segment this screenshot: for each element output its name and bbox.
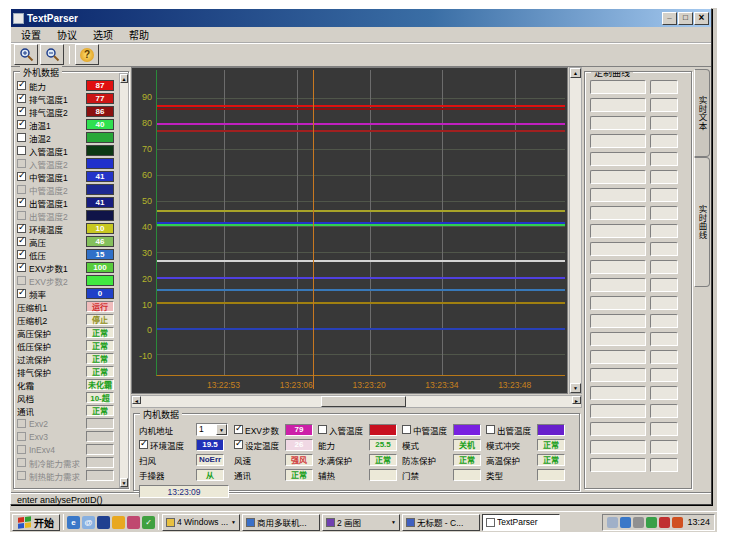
curve-value-field[interactable] <box>650 206 678 220</box>
power-icon[interactable] <box>672 517 683 528</box>
menu-item[interactable]: 协议 <box>49 26 85 43</box>
checkbox[interactable] <box>17 224 26 233</box>
close-button[interactable] <box>694 12 709 25</box>
checkbox[interactable] <box>17 146 26 155</box>
checkbox[interactable] <box>318 425 327 434</box>
outlook-icon[interactable]: @ <box>82 516 95 529</box>
zoom-out-button[interactable] <box>40 44 64 65</box>
curve-name-field[interactable] <box>590 260 646 274</box>
curve-name-field[interactable] <box>590 134 646 148</box>
curve-name-field[interactable] <box>590 116 646 130</box>
checkbox[interactable] <box>17 250 26 259</box>
ie-icon[interactable]: e <box>67 516 80 529</box>
plot-area[interactable] <box>156 70 565 376</box>
curve-value-field[interactable] <box>650 278 678 292</box>
scroll-down-icon[interactable]: ▼ <box>570 383 581 393</box>
left-scrollbar[interactable]: ▲ ▼ <box>119 73 129 488</box>
alarm-icon[interactable] <box>659 517 670 528</box>
checkbox[interactable] <box>17 133 26 142</box>
curve-value-field[interactable] <box>650 224 678 238</box>
curve-value-field[interactable] <box>650 422 678 436</box>
scroll-left-icon[interactable]: ◄ <box>132 396 141 404</box>
curve-name-field[interactable] <box>590 440 646 454</box>
msn-icon[interactable] <box>97 516 110 529</box>
curve-value-field[interactable] <box>650 152 678 166</box>
task-button[interactable]: 商用多联机... <box>242 514 320 531</box>
curve-name-field[interactable] <box>590 188 646 202</box>
chart-vscrollbar[interactable]: ▲ ▼ <box>569 67 582 394</box>
curve-value-field[interactable] <box>650 386 678 400</box>
task-button[interactable]: TextParser <box>482 514 560 531</box>
curve-name-field[interactable] <box>590 296 646 310</box>
curve-name-field[interactable] <box>590 170 646 184</box>
checkbox[interactable] <box>17 172 26 181</box>
checkbox[interactable] <box>17 289 26 298</box>
curve-name-field[interactable] <box>590 404 646 418</box>
curve-value-field[interactable] <box>650 296 678 310</box>
checkbox[interactable] <box>17 198 26 207</box>
curve-name-field[interactable] <box>590 278 646 292</box>
curve-name-field[interactable] <box>590 80 646 94</box>
volume-icon[interactable] <box>633 517 644 528</box>
checkbox[interactable] <box>17 263 26 272</box>
curve-value-field[interactable] <box>650 368 678 382</box>
menu-item[interactable]: 设置 <box>13 26 49 43</box>
checkbox[interactable] <box>402 425 411 434</box>
curve-value-field[interactable] <box>650 458 678 472</box>
start-button[interactable]: 开始 <box>12 514 60 531</box>
checkbox[interactable] <box>234 425 243 434</box>
curve-name-field[interactable] <box>590 242 646 256</box>
maximize-button[interactable] <box>678 12 693 25</box>
scroll-down-icon[interactable]: ▼ <box>120 478 128 487</box>
checkbox[interactable] <box>17 94 26 103</box>
task-button[interactable]: 2 画图▼ <box>322 514 400 531</box>
chart-hscrollbar[interactable]: ◄ ► <box>131 395 582 408</box>
checkbox[interactable] <box>486 425 495 434</box>
messenger-icon[interactable] <box>620 517 631 528</box>
curve-name-field[interactable] <box>590 224 646 238</box>
checkbox[interactable] <box>17 237 26 246</box>
media-icon[interactable] <box>112 516 125 529</box>
curve-value-field[interactable] <box>650 188 678 202</box>
curve-name-field[interactable] <box>590 152 646 166</box>
checkbox[interactable] <box>17 107 26 116</box>
address-dropdown[interactable]: 1▼ <box>196 423 228 436</box>
curve-value-field[interactable] <box>650 440 678 454</box>
curve-value-field[interactable] <box>650 80 678 94</box>
curve-name-field[interactable] <box>590 422 646 436</box>
printer-icon[interactable] <box>607 517 618 528</box>
task-button[interactable]: 4 Windows ...▼ <box>162 514 240 531</box>
curve-name-field[interactable] <box>590 458 646 472</box>
tab-realtime-text[interactable]: 实时文本 <box>694 69 710 157</box>
curve-value-field[interactable] <box>650 332 678 346</box>
chart-panel[interactable]: 9080706050403020100-10 13:22:5313:23:061… <box>131 67 568 394</box>
curve-value-field[interactable] <box>650 134 678 148</box>
checkbox[interactable] <box>139 440 148 449</box>
checkbox[interactable] <box>234 440 243 449</box>
curve-name-field[interactable] <box>590 206 646 220</box>
update-icon[interactable]: ✓ <box>142 516 155 529</box>
lock-icon[interactable] <box>127 516 140 529</box>
task-button[interactable]: 无标题 - C... <box>402 514 480 531</box>
hscroll-thumb[interactable] <box>321 396 406 407</box>
curve-name-field[interactable] <box>590 314 646 328</box>
curve-value-field[interactable] <box>650 242 678 256</box>
chevron-down-icon[interactable]: ▼ <box>216 424 227 435</box>
curve-value-field[interactable] <box>650 170 678 184</box>
menu-item[interactable]: 选项 <box>85 26 121 43</box>
curve-name-field[interactable] <box>590 350 646 364</box>
network-status-icon[interactable] <box>646 517 657 528</box>
checkbox[interactable] <box>17 120 26 129</box>
scroll-up-icon[interactable]: ▲ <box>120 74 128 83</box>
curve-value-field[interactable] <box>650 116 678 130</box>
curve-name-field[interactable] <box>590 98 646 112</box>
tab-realtime-curve[interactable]: 实时曲线 <box>694 157 710 287</box>
curve-name-field[interactable] <box>590 332 646 346</box>
help-button[interactable]: ? <box>75 44 99 65</box>
scroll-up-icon[interactable]: ▲ <box>570 68 581 78</box>
curve-value-field[interactable] <box>650 260 678 274</box>
checkbox[interactable] <box>17 81 26 90</box>
zoom-in-button[interactable] <box>14 44 38 65</box>
scroll-right-icon[interactable]: ► <box>572 396 581 404</box>
curve-value-field[interactable] <box>650 314 678 328</box>
